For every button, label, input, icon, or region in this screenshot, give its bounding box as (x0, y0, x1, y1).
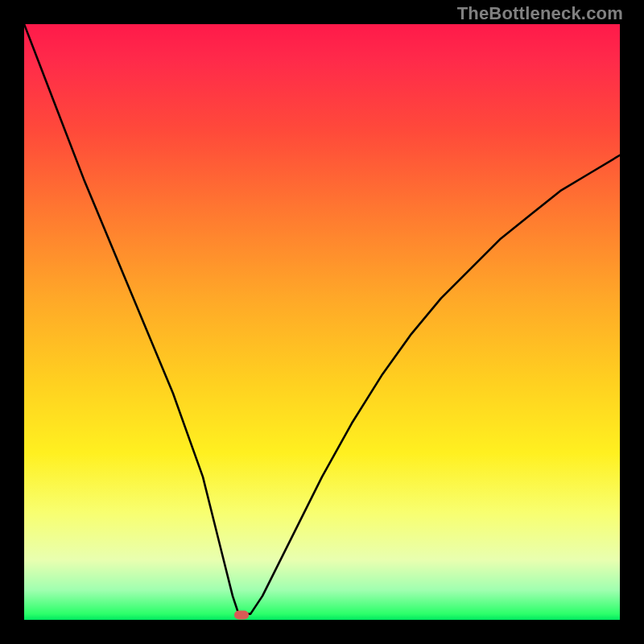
optimal-point-marker (234, 611, 249, 620)
curve-svg (24, 24, 620, 620)
chart-frame: TheBottleneck.com (0, 0, 644, 644)
watermark-text: TheBottleneck.com (457, 3, 623, 24)
plot-area (24, 24, 620, 620)
bottleneck-curve-path (24, 24, 620, 614)
